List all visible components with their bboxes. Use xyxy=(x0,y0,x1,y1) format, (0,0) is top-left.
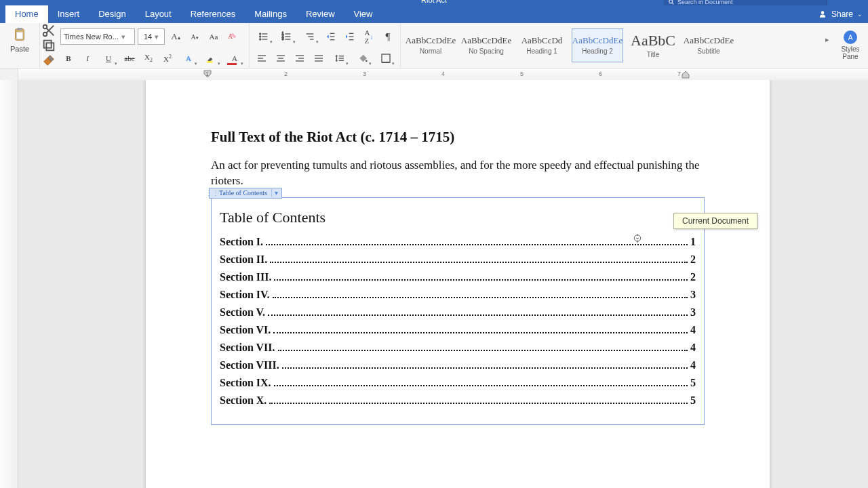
style-normal[interactable]: AaBbCcDdEeNormal xyxy=(405,28,456,62)
toc-entry-label: Section VI. xyxy=(220,324,271,336)
align-left-button[interactable] xyxy=(254,50,270,66)
highlight-button[interactable] xyxy=(201,50,222,66)
text-effects-button[interactable]: A xyxy=(178,50,199,66)
shading-button[interactable] xyxy=(353,50,373,66)
chevron-down-icon[interactable]: ▾ xyxy=(271,189,281,197)
svg-point-48 xyxy=(366,60,368,62)
toc-leader xyxy=(282,367,688,369)
bold-button[interactable]: B xyxy=(60,50,77,66)
strikethrough-button[interactable]: abc xyxy=(121,50,138,66)
styles-pane-button[interactable]: A Styles Pane xyxy=(833,23,868,68)
tab-insert[interactable]: Insert xyxy=(48,5,90,23)
toc-leader xyxy=(270,262,688,263)
change-case-button[interactable]: Aa xyxy=(205,28,222,45)
toc-entry[interactable]: Section X. 5 xyxy=(220,394,696,407)
svg-point-51 xyxy=(634,235,640,241)
toc-entry[interactable]: Section I. 1 xyxy=(220,236,696,248)
tab-view[interactable]: View xyxy=(344,5,382,23)
style-preview: AaBbCcDdEe xyxy=(684,36,734,45)
copy-button[interactable] xyxy=(41,39,56,52)
tab-home[interactable]: Home xyxy=(5,5,48,23)
toc-entry[interactable]: Section IV. 3 xyxy=(220,289,696,301)
drag-grip-icon: ⋮⋮ xyxy=(210,189,215,197)
tab-layout[interactable]: Layout xyxy=(136,5,181,23)
toc-entry[interactable]: Section V. 3 xyxy=(220,306,696,319)
document-name: Riot Act xyxy=(421,0,447,4)
style-preview: AaBbCcDdEe xyxy=(406,36,456,45)
style-no-spacing[interactable]: AaBbCcDdEeNo Spacing xyxy=(460,28,512,62)
paste-button[interactable]: Paste xyxy=(0,23,40,68)
tab-design[interactable]: Design xyxy=(89,5,135,23)
toc-entry[interactable]: Section VI. 4 xyxy=(220,324,696,336)
multilevel-list-button[interactable] xyxy=(300,28,320,45)
superscript-button[interactable]: X2 xyxy=(159,50,176,66)
clear-formatting-button[interactable]: A xyxy=(224,28,241,45)
document-intro[interactable]: An act for preventing tumults and riotou… xyxy=(211,158,705,189)
tab-mailings[interactable]: Mailings xyxy=(245,5,296,23)
svg-point-11 xyxy=(260,33,261,35)
numbering-button[interactable]: 123 xyxy=(277,28,297,45)
show-marks-button[interactable]: ¶ xyxy=(380,28,396,45)
toc-entry[interactable]: Section VIII. 4 xyxy=(220,359,696,371)
tab-review[interactable]: Review xyxy=(296,5,344,23)
underline-button[interactable]: U xyxy=(98,50,119,66)
vertical-ruler[interactable] xyxy=(0,80,18,488)
right-indent-marker[interactable] xyxy=(682,70,690,79)
justify-button[interactable] xyxy=(311,50,327,66)
svg-point-15 xyxy=(260,39,261,40)
document-canvas[interactable]: Full Text of the Riot Act (c. 1714 – 171… xyxy=(18,80,868,488)
format-painter-button[interactable] xyxy=(41,54,56,66)
bullets-button[interactable] xyxy=(254,28,274,45)
toc-entry[interactable]: Section IX. 5 xyxy=(220,377,696,389)
paintbrush-icon xyxy=(41,53,56,68)
toc-heading[interactable]: Table of Contents xyxy=(220,209,696,226)
svg-rect-4 xyxy=(16,32,22,39)
ruler-number: 1 xyxy=(205,70,209,77)
svg-rect-7 xyxy=(46,43,54,50)
style-heading-1[interactable]: AaBbCcDdHeading 1 xyxy=(516,28,568,62)
toc-entry[interactable]: Section VII. 4 xyxy=(220,342,696,354)
styles-more-button[interactable]: ▸ xyxy=(822,23,833,56)
shrink-font-button[interactable]: A▾ xyxy=(186,28,203,45)
styles-pane-label: Styles Pane xyxy=(837,45,864,60)
svg-rect-10 xyxy=(207,61,212,63)
styles-pane-icon: A xyxy=(844,30,857,44)
font-family-combo[interactable]: Times New Ro...▾ xyxy=(60,28,135,45)
font-size-combo[interactable]: 14▾ xyxy=(138,28,165,45)
toc-entry[interactable]: Section III. 2 xyxy=(220,271,696,283)
align-center-button[interactable] xyxy=(273,50,289,66)
align-right-button[interactable] xyxy=(292,50,308,66)
svg-point-13 xyxy=(260,36,261,37)
style-heading-2[interactable]: AaBbCcDdEeHeading 2 xyxy=(572,28,623,62)
align-center-icon xyxy=(275,53,286,64)
toc-entry[interactable]: Section II. 2 xyxy=(220,253,696,266)
svg-text:3: 3 xyxy=(282,37,284,41)
increase-indent-button[interactable] xyxy=(342,28,358,45)
tab-references[interactable]: References xyxy=(181,5,245,23)
chevron-down-icon: ▾ xyxy=(155,33,159,41)
decrease-indent-button[interactable] xyxy=(323,28,339,45)
document-title[interactable]: Full Text of the Riot Act (c. 1714 – 171… xyxy=(211,129,705,146)
style-title[interactable]: AaBbCTitle xyxy=(627,28,679,62)
page[interactable]: Full Text of the Riot Act (c. 1714 – 171… xyxy=(146,80,770,488)
ruler-number: 4 xyxy=(441,70,445,77)
toc-field-handle[interactable]: ⋮⋮ Table of Contents ▾ xyxy=(209,188,282,199)
share-button[interactable]: Share ⌄ xyxy=(818,5,863,23)
sort-button[interactable]: AZ↓ xyxy=(361,28,377,45)
toc-field[interactable]: ⋮⋮ Table of Contents ▾ Table of Contents… xyxy=(211,197,705,425)
toc-entry-page: 1 xyxy=(690,236,696,248)
svg-line-1 xyxy=(672,3,673,4)
paint-bucket-icon xyxy=(357,53,368,64)
italic-button[interactable]: I xyxy=(79,50,96,66)
subscript-button[interactable]: X2 xyxy=(140,50,157,66)
grow-font-button[interactable]: A▴ xyxy=(167,28,184,45)
toc-leader xyxy=(278,350,688,351)
toc-leader xyxy=(273,297,688,298)
borders-button[interactable] xyxy=(376,50,396,66)
style-subtitle[interactable]: AaBbCcDdEeSubtitle xyxy=(683,28,734,62)
number-list-icon: 123 xyxy=(281,31,292,42)
toc-entry-page: 3 xyxy=(690,306,696,319)
font-color-button[interactable]: A xyxy=(224,50,245,66)
line-spacing-button[interactable] xyxy=(330,50,350,66)
cut-button[interactable] xyxy=(41,24,56,37)
